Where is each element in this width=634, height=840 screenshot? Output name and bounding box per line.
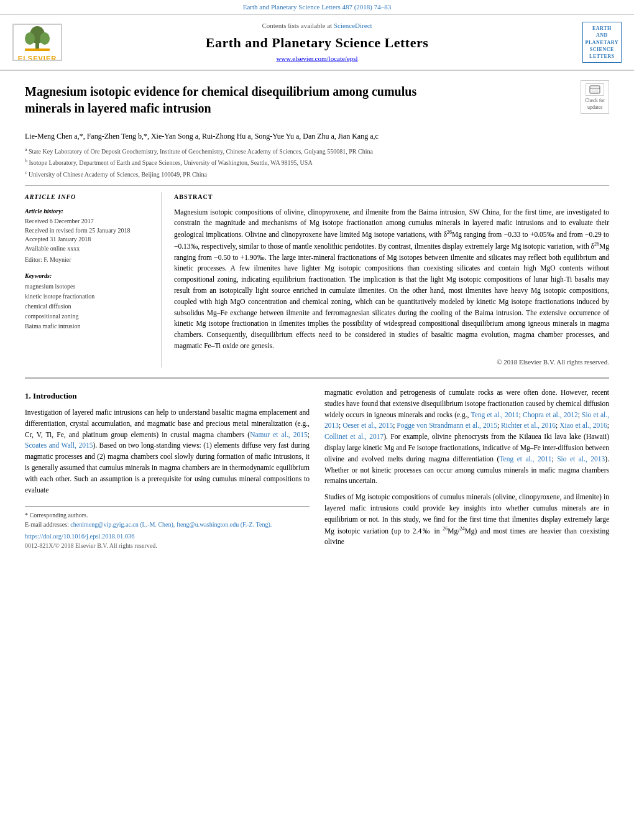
ref-teng2011[interactable]: Teng et al., 2011 xyxy=(471,411,518,418)
section1-heading: 1. Introduction xyxy=(25,390,310,402)
email1-link[interactable]: chenlmeng@vip.gyig.ac.cn (L.-M. Chen), xyxy=(70,521,175,528)
aff-c-text: University of Chinese Academy of Science… xyxy=(29,171,207,178)
authors-text: Lie-Meng Chen a,*, Fang-Zhen Teng b,*, X… xyxy=(25,132,379,141)
ref-scoates[interactable]: Scoates and Wall, 2015 xyxy=(25,441,93,449)
received-date: Received 6 December 2017 xyxy=(25,217,152,226)
journal-url: www.elsevier.com/locate/epsl xyxy=(68,54,566,63)
journal-header-center: Contents lists available at ScienceDirec… xyxy=(68,21,566,63)
history-label: Article history: xyxy=(25,206,152,216)
body-left-para1: Investigation of layered mafic intrusion… xyxy=(25,407,310,496)
ref-pogge[interactable]: Pogge von Strandmann et al., 2015 xyxy=(397,422,497,429)
svg-point-3 xyxy=(40,32,50,45)
accepted-date: Accepted 31 January 2018 xyxy=(25,235,152,244)
aff-a-text: State Key Laboratory of Ore Deposit Geoc… xyxy=(29,148,373,155)
issn-line: 0012-821X/© 2018 Elsevier B.V. All right… xyxy=(25,541,310,550)
body-divider xyxy=(25,377,609,379)
body-left-col: 1. Introduction Investigation of layered… xyxy=(25,387,310,553)
article-content: Magnesium isotopic evidence for chemical… xyxy=(0,71,634,565)
email2-link[interactable]: fteng@u.washington.edu (F.-Z. Teng). xyxy=(177,521,272,528)
info-abstract-section: ARTICLE INFO Article history: Received 6… xyxy=(25,185,609,367)
body-right-para1: magmatic evolution and petrogenesis of c… xyxy=(324,387,609,487)
affiliation-a: a State Key Laboratory of Ore Deposit Ge… xyxy=(25,146,609,156)
journal-header: ELSEVIER Contents lists available at Sci… xyxy=(0,15,634,71)
svg-rect-4 xyxy=(25,48,50,51)
article-info-heading: ARTICLE INFO xyxy=(25,192,152,201)
editor-line: Editor: F. Moynier xyxy=(25,256,152,265)
article-title: Magnesium isotopic evidence for chemical… xyxy=(25,83,448,117)
ref-teng2011b[interactable]: Teng et al., 2011 xyxy=(499,455,551,463)
ref-collinet[interactable]: Collinet et al., 2017 xyxy=(324,433,384,440)
title-row: Magnesium isotopic evidence for chemical… xyxy=(25,83,609,124)
journal-title: Earth and Planetary Science Letters xyxy=(68,34,566,53)
affiliations: a State Key Laboratory of Ore Deposit Ge… xyxy=(25,146,609,179)
journal-url-link[interactable]: www.elsevier.com/locate/epsl xyxy=(276,55,357,62)
contents-label: Contents lists available at xyxy=(262,22,332,29)
and-text: and xyxy=(480,527,490,534)
keywords-label: Keywords: xyxy=(25,271,152,280)
journal-logo-right: EARTHANDPLANETARYSCIENCELETTERS xyxy=(566,22,622,63)
revised-date: Received in revised form 25 January 2018 xyxy=(25,226,152,236)
keyword-2: kinetic isotope fractionation xyxy=(25,292,152,302)
ref-chopra[interactable]: Chopra et al., 2012 xyxy=(523,411,578,418)
affiliation-b: b Isotope Laboratory, Department of Eart… xyxy=(25,157,609,167)
authors: Lie-Meng Chen a,*, Fang-Zhen Teng b,*, X… xyxy=(25,131,609,142)
abstract-heading: ABSTRACT xyxy=(174,192,609,202)
affiliation-c: c University of Chinese Academy of Scien… xyxy=(25,169,609,179)
doi-line: https://doi.org/10.1016/j.epsl.2018.01.0… xyxy=(25,532,310,542)
footnote-section: * Corresponding authors. E-mail addresse… xyxy=(25,506,310,551)
body-right-para2: Studies of Mg isotopic compositions of c… xyxy=(324,492,609,548)
top-bar: Earth and Planetary Science Letters 487 … xyxy=(0,0,634,15)
journal-logo-box: EARTHANDPLANETARYSCIENCELETTERS xyxy=(582,22,622,63)
corresponding-label: * Corresponding authors. xyxy=(25,510,310,520)
elsevier-text: ELSEVIER xyxy=(18,55,57,61)
check-for-updates: Check for updates xyxy=(581,80,609,114)
title-area: Magnesium isotopic evidence for chemical… xyxy=(25,83,574,124)
keyword-1: magnesium isotopes xyxy=(25,282,152,292)
keyword-5: Baima mafic intrusion xyxy=(25,321,152,331)
check-updates-box: Check for updates xyxy=(581,80,609,114)
doi-link[interactable]: https://doi.org/10.1016/j.epsl.2018.01.0… xyxy=(25,533,135,540)
keyword-3: chemical diffusion xyxy=(25,302,152,312)
page: Earth and Planetary Science Letters 487 … xyxy=(0,0,634,840)
ref-xiao[interactable]: Xiao et al., 2016 xyxy=(559,422,607,429)
keyword-4: compositional zoning xyxy=(25,312,152,321)
ref-oeser[interactable]: Oeser et al., 2015 xyxy=(342,422,393,429)
aff-b-text: Isotope Laboratory, Department of Earth … xyxy=(29,160,313,167)
sciencedirect-link[interactable]: ScienceDirect xyxy=(334,22,372,29)
available-online: Available online xxxx xyxy=(25,244,152,254)
copyright: © 2018 Elsevier B.V. All rights reserved… xyxy=(174,357,609,367)
svg-rect-7 xyxy=(592,90,598,92)
email-label: E-mail addresses: xyxy=(25,521,69,528)
email-section: E-mail addresses: chenlmeng@vip.gyig.ac.… xyxy=(25,520,310,529)
svg-point-2 xyxy=(25,32,35,45)
elsevier-logo: ELSEVIER xyxy=(12,24,68,61)
ref-richter[interactable]: Richter et al., 2016 xyxy=(501,422,556,429)
journal-ref: Earth and Planetary Science Letters 487 … xyxy=(243,3,392,11)
keywords-list: magnesium isotopes kinetic isotope fract… xyxy=(25,282,152,331)
ref-namur[interactable]: Namur et al., 2015 xyxy=(250,431,308,438)
ref-sio2[interactable]: Sio et al., 2013 xyxy=(557,455,605,463)
contents-available: Contents lists available at ScienceDirec… xyxy=(68,21,566,30)
abstract-col: ABSTRACT Magnesium isotopic compositions… xyxy=(174,192,609,367)
abstract-text: Magnesium isotopic compositions of olivi… xyxy=(174,207,609,352)
article-info-col: ARTICLE INFO Article history: Received 6… xyxy=(25,192,162,367)
body-right-col: magmatic evolution and petrogenesis of c… xyxy=(324,387,609,553)
check-updates-label: Check for updates xyxy=(585,98,605,110)
body-two-col: 1. Introduction Investigation of layered… xyxy=(25,387,609,553)
